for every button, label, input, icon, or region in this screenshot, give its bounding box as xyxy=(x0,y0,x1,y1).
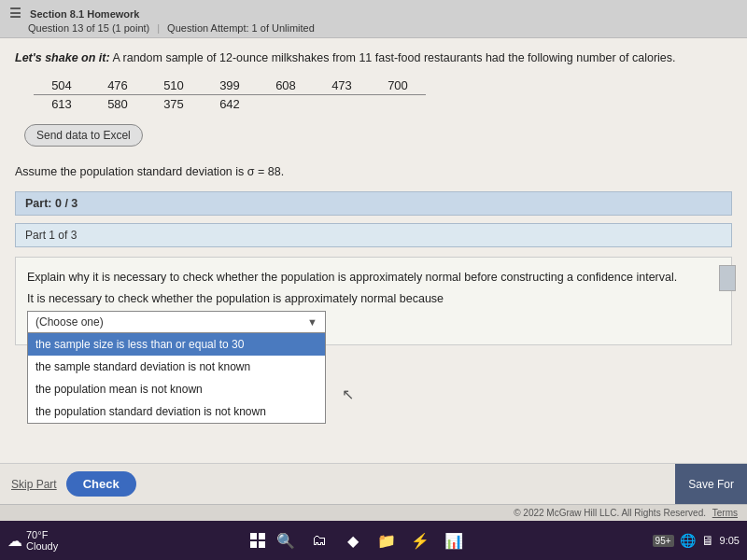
cursor: ↖ xyxy=(342,385,354,403)
copyright-text: © 2022 McGraw Hill LLC. All Rights Reser… xyxy=(514,508,706,518)
dropdown-option-1[interactable]: the sample size is less than or equal to… xyxy=(28,333,325,356)
terms-link[interactable]: Terms xyxy=(712,508,738,518)
dropdown-option-3[interactable]: the population mean is not known xyxy=(28,378,325,400)
question-block: Explain why it is necessary to check whe… xyxy=(15,257,732,345)
problem-statement: Let's shake on it: A random sample of 12… xyxy=(15,49,732,67)
lightning-taskbar-icon[interactable]: ⚡ xyxy=(407,527,433,553)
folder-taskbar-icon[interactable]: 📁 xyxy=(374,527,400,553)
assumption-text: Assume the population standard deviation… xyxy=(15,165,732,178)
part-progress-indicator: Part: 0 / 3 xyxy=(15,191,732,216)
question-info: Question 13 of 15 (1 point) | Question A… xyxy=(9,22,738,34)
data-cell-642: 642 xyxy=(202,95,258,113)
dropdown-container: (Choose one) ▼ the sample size is less t… xyxy=(27,311,326,333)
data-row-1: 504 476 510 399 608 473 700 xyxy=(34,77,732,95)
attempt-info: Question Attempt: 1 of Unlimited xyxy=(167,22,315,34)
send-to-excel-button[interactable]: Send data to Excel xyxy=(24,124,143,147)
skip-part-link[interactable]: Skip Part xyxy=(11,478,57,491)
data-cell-476: 476 xyxy=(90,77,146,95)
dropdown-header[interactable]: (Choose one) ▼ xyxy=(27,311,326,333)
weather-widget: ☁ 70°F Cloudy xyxy=(7,529,58,552)
main-content: ☰ Section 8.1 Homework Question 13 of 15… xyxy=(0,0,747,521)
data-cell-504: 504 xyxy=(34,77,90,95)
search-taskbar-icon[interactable]: 🔍 xyxy=(273,527,299,553)
header-bar: ☰ Section 8.1 Homework Question 13 of 15… xyxy=(0,0,747,38)
question-text-line1: Explain why it is necessary to check whe… xyxy=(27,269,720,287)
time-value: 9:05 xyxy=(720,535,740,546)
screen: ☰ Section 8.1 Homework Question 13 of 15… xyxy=(0,0,747,560)
content-area: Let's shake on it: A random sample of 12… xyxy=(0,38,747,463)
data-row-2: 613 580 375 642 xyxy=(34,95,732,113)
taskbar-center: 🔍 🗂 ◆ 📁 ⚡ 📊 xyxy=(71,527,646,553)
taskbar: ☁ 70°F Cloudy 🔍 🗂 ◆ 📁 ⚡ 📊 95+ 🌐 xyxy=(0,521,747,560)
section-title: ☰ Section 8.1 Homework xyxy=(9,6,738,21)
copyright-bar: © 2022 McGraw Hill LLC. All Rights Reser… xyxy=(0,504,747,521)
intro-text: A random sample of 12-ounce milkshakes f… xyxy=(112,51,675,64)
cloud-icon: ☁ xyxy=(7,532,22,550)
files-taskbar-icon[interactable]: 🗂 xyxy=(306,527,332,553)
part-section: Part 1 of 3 xyxy=(15,223,732,247)
dropdown-option-2[interactable]: the sample standard deviation is not kno… xyxy=(28,356,325,378)
data-cell-613: 613 xyxy=(34,95,90,113)
check-button[interactable]: Check xyxy=(66,471,136,497)
question-number: Question 13 of 15 (1 point) xyxy=(28,22,149,34)
dropdown-options-list: the sample size is less than or equal to… xyxy=(27,333,326,424)
dropdown-selected-label: (Choose one) xyxy=(35,315,307,329)
data-cell-473: 473 xyxy=(314,77,370,95)
data-table: 504 476 510 399 608 473 700 613 580 375 … xyxy=(34,77,732,113)
battery-indicator: 95+ xyxy=(653,535,674,547)
app2-taskbar-icon[interactable]: 📊 xyxy=(441,527,467,553)
dropdown-option-4[interactable]: the population standard deviation is not… xyxy=(28,400,325,423)
hamburger-icon[interactable]: ☰ xyxy=(9,6,21,21)
taskbar-right: 95+ 🌐 🖥 9:05 xyxy=(653,533,740,548)
weather-temp: 70°F xyxy=(26,529,58,540)
monitor-icon[interactable]: 🖥 xyxy=(701,533,714,548)
dropdown-arrow-icon: ▼ xyxy=(307,316,317,328)
side-panel-partial xyxy=(719,265,736,291)
time-display: 9:05 xyxy=(720,535,740,546)
intro-label: Let's shake on it: xyxy=(15,51,110,64)
dropbox-taskbar-icon[interactable]: ◆ xyxy=(340,527,366,553)
question-text-line2: It is necessary to check whether the pop… xyxy=(27,292,720,305)
windows-logo[interactable] xyxy=(250,533,265,548)
data-cell-700: 700 xyxy=(370,77,426,95)
action-bar: Skip Part Check Save For xyxy=(0,463,747,504)
data-cell-580: 580 xyxy=(90,95,146,113)
data-cell-375: 375 xyxy=(146,95,202,113)
weather-condition: Cloudy xyxy=(26,540,58,552)
data-cell-399: 399 xyxy=(202,77,258,95)
data-cell-608: 608 xyxy=(258,77,314,95)
browser-icon[interactable]: 🌐 xyxy=(680,533,696,548)
save-for-button[interactable]: Save For xyxy=(675,464,747,504)
data-cell-510: 510 xyxy=(146,77,202,95)
